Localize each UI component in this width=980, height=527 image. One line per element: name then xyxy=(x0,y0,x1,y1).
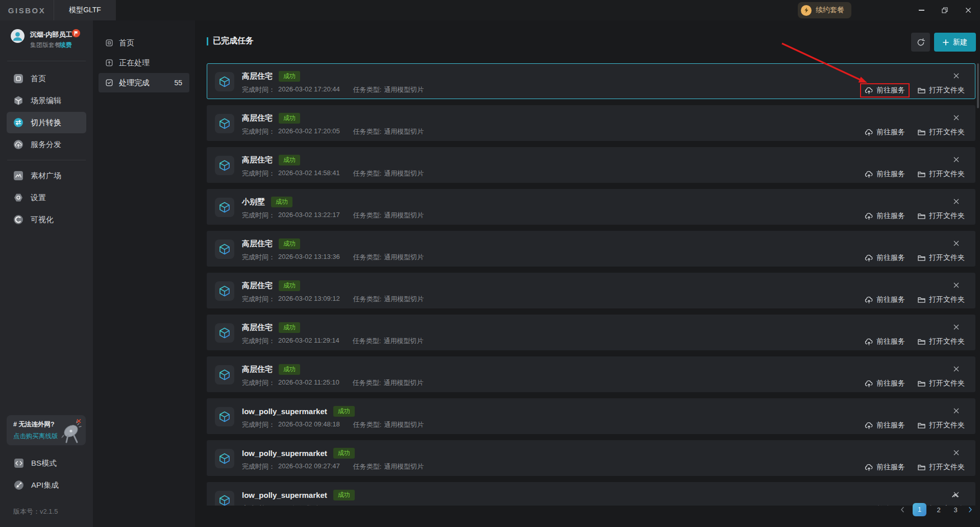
go-service-label: 前往服务 xyxy=(876,128,905,137)
task-list: 高层住宅 成功 完成时间： 2026-03-02 17:20:44 任务类型: … xyxy=(207,63,975,506)
sidebar-item-bs-mode[interactable]: BS模式 xyxy=(14,457,59,470)
row-close-icon[interactable] xyxy=(953,199,959,204)
task-nav-completed[interactable]: 处理完成 55 xyxy=(99,73,189,92)
type-label: 任务类型: xyxy=(353,378,381,388)
page-button-2[interactable]: 2 xyxy=(934,506,943,514)
task-row[interactable]: 高层住宅 成功 完成时间： 2026-03-02 17:20:44 任务类型: … xyxy=(207,63,975,99)
go-service-label: 前往服务 xyxy=(876,337,905,346)
go-service-button[interactable]: 前往服务 xyxy=(865,379,905,388)
go-service-label: 前往服务 xyxy=(876,253,905,262)
open-folder-label: 打开文件夹 xyxy=(929,463,965,472)
task-row[interactable]: 高层住宅 成功 完成时间： 2026-03-02 11:25:10 任务类型: … xyxy=(207,356,975,392)
row-close-icon[interactable] xyxy=(953,115,959,121)
refresh-button[interactable] xyxy=(911,33,930,52)
task-row[interactable]: 小别墅 成功 完成时间： 2026-03-02 13:22:17 任务类型: 通… xyxy=(207,189,975,225)
task-row[interactable]: 高层住宅 成功 完成时间： 2026-03-02 13:13:36 任务类型: … xyxy=(207,231,975,267)
open-folder-button[interactable]: 打开文件夹 xyxy=(917,253,965,262)
sidebar-item-label: 场景编辑 xyxy=(31,96,61,106)
close-button[interactable] xyxy=(957,0,980,20)
app-logo: GISBOX xyxy=(0,6,54,15)
time-label: 完成时间： xyxy=(242,504,275,506)
sidebar-item-home[interactable]: 首页 xyxy=(7,68,86,89)
go-service-button[interactable]: 前往服务 xyxy=(865,463,905,472)
open-folder-button[interactable]: 打开文件夹 xyxy=(917,86,965,95)
row-close-icon[interactable] xyxy=(953,324,959,330)
cloud-up-icon xyxy=(865,128,873,137)
task-nav-home[interactable]: 首页 xyxy=(99,33,189,53)
promo-close-icon[interactable] xyxy=(77,419,81,423)
page-button-3[interactable]: 3 xyxy=(951,506,960,514)
main-content: 已完成任务 新建 高层住宅 成功 完成时间： 2026-03-02 17:20:… xyxy=(195,20,980,527)
model-cube-icon xyxy=(215,323,234,343)
chevron-left-icon[interactable] xyxy=(900,507,905,513)
renew-link[interactable]: 续费 xyxy=(60,41,72,50)
sidebar-divider xyxy=(7,160,86,160)
time-label: 完成时间： xyxy=(242,378,275,388)
task-row[interactable]: low_polly_supermarket 成功 完成时间： 2026-03-0… xyxy=(207,398,975,434)
task-row[interactable]: low_polly_supermarket 成功 完成时间： 2026-03-0… xyxy=(207,440,975,476)
open-folder-button[interactable]: 打开文件夹 xyxy=(917,170,965,179)
go-service-button[interactable]: 前往服务 xyxy=(865,337,905,346)
time-label: 完成时间： xyxy=(242,420,275,429)
sidebar-item-visualization[interactable]: 可视化 xyxy=(7,209,86,230)
sidebar-item-scene-edit[interactable]: 场景编辑 xyxy=(7,90,86,111)
task-row[interactable]: 高层住宅 成功 完成时间： 2026-03-02 13:09:12 任务类型: … xyxy=(207,273,975,308)
open-folder-button[interactable]: 打开文件夹 xyxy=(917,337,965,346)
time-label: 完成时间： xyxy=(242,295,275,304)
chevron-right-icon[interactable] xyxy=(968,507,973,513)
promo-buy-link[interactable]: 点击购买离线版 xyxy=(13,432,58,441)
sidebar-item-api[interactable]: API集成 xyxy=(14,478,59,492)
row-close-icon[interactable] xyxy=(953,450,959,456)
type-label: 任务类型: xyxy=(353,127,382,136)
new-task-label: 新建 xyxy=(953,38,967,47)
open-folder-button[interactable]: 打开文件夹 xyxy=(917,421,965,430)
open-folder-label: 打开文件夹 xyxy=(929,128,965,137)
go-service-button[interactable]: 前往服务 xyxy=(865,253,905,262)
title-accent-bar xyxy=(207,37,208,45)
open-folder-button[interactable]: 打开文件夹 xyxy=(917,295,965,304)
task-row[interactable]: low_polly_supermarket 成功 完成时间： 任务类型: 前往服… xyxy=(207,482,975,506)
sidebar-item-service-distribute[interactable]: 服务分发 xyxy=(7,134,86,155)
row-close-icon[interactable] xyxy=(953,408,959,414)
task-row[interactable]: 高层住宅 成功 完成时间： 2026-03-02 17:20:05 任务类型: … xyxy=(207,105,975,141)
page-button-1[interactable]: 1 xyxy=(913,503,926,516)
tool-label: API集成 xyxy=(31,481,59,490)
go-service-button[interactable]: 前往服务 xyxy=(865,421,905,430)
go-service-button[interactable]: 前往服务 xyxy=(865,295,905,304)
go-service-button[interactable]: 前往服务 xyxy=(865,505,905,506)
model-cube-icon xyxy=(215,407,234,426)
sidebar-item-settings[interactable]: 设置 xyxy=(7,187,86,208)
task-nav-processing[interactable]: 正在处理 xyxy=(99,53,189,73)
row-close-icon[interactable] xyxy=(953,73,959,79)
task-row[interactable]: 高层住宅 成功 完成时间： 2026-03-02 11:29:14 任务类型: … xyxy=(207,315,975,350)
open-folder-button[interactable]: 打开文件夹 xyxy=(917,128,965,137)
titlebar-left: GISBOX 模型GLTF xyxy=(0,0,116,20)
go-service-button[interactable]: 前往服务 xyxy=(865,86,905,95)
scrollbar-thumb[interactable] xyxy=(977,63,979,108)
row-close-icon[interactable] xyxy=(953,157,959,162)
go-service-button[interactable]: 前往服务 xyxy=(865,128,905,137)
minimize-button[interactable] xyxy=(910,0,933,20)
go-service-button[interactable]: 前往服务 xyxy=(865,211,905,221)
scroll-top-icon[interactable] xyxy=(951,493,959,498)
row-close-icon[interactable] xyxy=(953,366,959,372)
promo-title: # 无法连外网? xyxy=(13,420,55,429)
cloud-up-icon xyxy=(865,463,873,472)
open-folder-button[interactable]: 打开文件夹 xyxy=(917,379,965,388)
folder-icon xyxy=(917,212,926,221)
row-close-icon[interactable] xyxy=(953,241,959,246)
tab-model-gltf[interactable]: 模型GLTF xyxy=(54,6,116,15)
sidebar-item-slice-convert[interactable]: 切片转换 xyxy=(7,112,86,133)
sidebar-item-label: 切片转换 xyxy=(31,118,61,128)
restore-icon xyxy=(942,7,948,13)
open-folder-button[interactable]: 打开文件夹 xyxy=(917,463,965,472)
open-folder-button[interactable]: 打开文件夹 xyxy=(917,211,965,221)
maximize-button[interactable] xyxy=(933,0,957,20)
go-service-button[interactable]: 前往服务 xyxy=(865,170,905,179)
renew-package-button[interactable]: 续约套餐 xyxy=(798,2,851,18)
task-row[interactable]: 高层住宅 成功 完成时间： 2026-03-02 14:58:41 任务类型: … xyxy=(207,147,975,183)
new-task-button[interactable]: 新建 xyxy=(934,33,976,52)
row-close-icon[interactable] xyxy=(953,282,959,288)
avatar[interactable] xyxy=(11,29,24,45)
sidebar-item-material-market[interactable]: 素材广场 xyxy=(7,165,86,186)
